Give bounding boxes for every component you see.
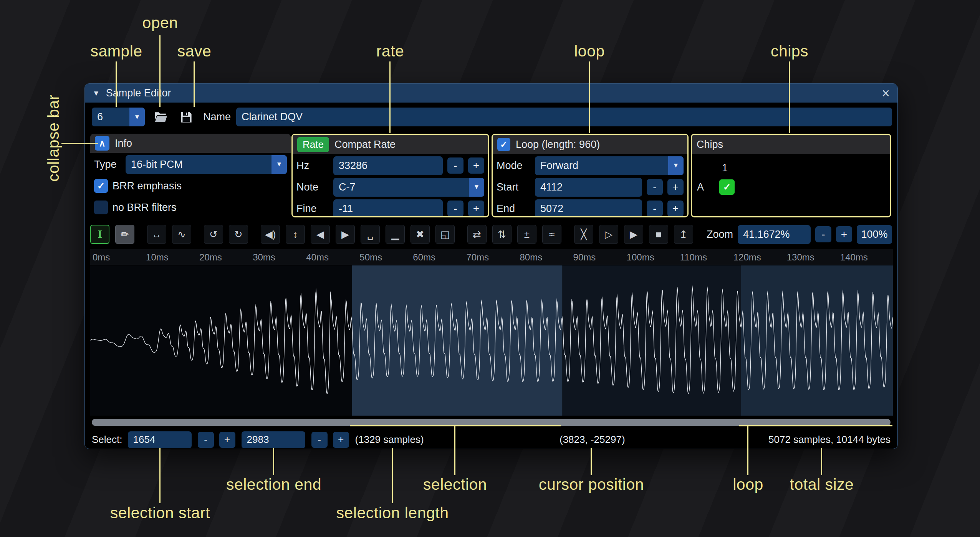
save-button[interactable] — [176, 108, 196, 126]
selection-end-minus-button[interactable]: - — [311, 432, 328, 448]
insert-silence-icon: ␣ — [367, 229, 374, 239]
fine-label: Fine — [296, 203, 329, 215]
insert-silence-button[interactable]: ␣ — [361, 225, 380, 244]
chevron-down-icon[interactable]: ▼ — [469, 178, 484, 197]
ruler-label: 30ms — [253, 252, 275, 263]
rate-badge: Rate — [297, 137, 329, 152]
fade-in-icon: ◀ — [316, 229, 324, 239]
header-row: 6 ▼ Name Clarinet DQV — [90, 108, 892, 126]
annotation-line-rate — [389, 61, 391, 133]
filter-button[interactable]: ≈ — [542, 225, 561, 244]
trim-button[interactable]: ◱ — [435, 225, 455, 244]
time-ruler: 0ms10ms20ms30ms40ms50ms60ms70ms80ms90ms1… — [90, 249, 893, 265]
loop-end-plus-button[interactable]: + — [667, 201, 684, 217]
sign-exchange-button[interactable]: ± — [517, 225, 536, 244]
reverse-button[interactable]: ⇄ — [467, 225, 487, 244]
fine-plus-button[interactable]: + — [468, 201, 484, 217]
chevron-down-icon[interactable]: ▼ — [271, 155, 287, 174]
annotation-cursor-position: cursor position — [539, 476, 644, 494]
loop-mode-select[interactable]: Forward ▼ — [535, 156, 684, 175]
loop-start-plus-button[interactable]: + — [667, 179, 684, 195]
hz-field[interactable]: 33286 — [333, 156, 443, 175]
ruler-label: 90ms — [573, 252, 596, 263]
stop-button[interactable]: ■ — [649, 225, 668, 244]
resize-button[interactable]: ↔ — [147, 225, 166, 244]
waveform-display[interactable] — [90, 265, 893, 416]
fade-in-button[interactable]: ◀ — [311, 225, 330, 244]
fade-out-button[interactable]: ▶ — [336, 225, 355, 244]
annotation-line-loop-bottom — [747, 425, 748, 475]
chips-panel: Chips 1 A ✓ — [691, 134, 891, 217]
panels-row: ∧ Info Type 16-bit PCM ▼ ✓ BRR emphasis — [85, 134, 897, 217]
annotation-loop: loop — [574, 42, 605, 60]
annotation-save: save — [177, 42, 212, 60]
crossfade-loop-button[interactable]: ╳ — [574, 225, 593, 244]
hz-label: Hz — [296, 160, 329, 172]
waveform-canvas[interactable] — [90, 265, 893, 416]
edit-select-button[interactable]: I — [90, 225, 109, 244]
undo-icon: ↺ — [209, 229, 218, 239]
name-field[interactable]: Clarinet DQV — [236, 108, 892, 126]
sample-number-select[interactable]: 6 ▼ — [92, 108, 145, 126]
zoom-reset-button[interactable]: 100% — [857, 225, 892, 244]
play-button[interactable]: ▶ — [624, 225, 643, 244]
icon-toolbar-buttons: I✏↔∿↺↻◀)↕◀▶␣▁✖◱⇄⇅±≈╳▷▶■↥ — [90, 225, 693, 244]
amplify-button[interactable]: ◀) — [261, 225, 280, 244]
annotation-line-selection-length — [392, 448, 393, 503]
chevron-down-icon[interactable]: ▼ — [668, 156, 684, 175]
loop-start-field[interactable]: 4112 — [535, 178, 642, 197]
chips-panel-header: Chips — [692, 135, 890, 154]
trim-icon: ◱ — [440, 229, 450, 239]
hz-minus-button[interactable]: - — [447, 157, 464, 174]
note-select[interactable]: C-7 ▼ — [333, 178, 484, 197]
selection-start-field[interactable]: 1654 — [128, 431, 192, 448]
selection-start-minus-button[interactable]: - — [198, 432, 214, 448]
annotation-line-selection-end — [273, 448, 274, 475]
type-select[interactable]: 16-bit PCM ▼ — [126, 155, 287, 174]
open-folder-icon — [154, 111, 167, 123]
zoom-out-button[interactable]: - — [815, 226, 831, 242]
note-value: C-7 — [339, 181, 356, 193]
preview-button[interactable]: ▷ — [599, 225, 618, 244]
loop-end-field[interactable]: 5072 — [535, 199, 642, 218]
resample-button[interactable]: ∿ — [172, 225, 191, 244]
loop-end-minus-button[interactable]: - — [647, 201, 663, 217]
normalize-button[interactable]: ↕ — [286, 225, 305, 244]
close-icon[interactable]: × — [882, 86, 890, 100]
loop-panel: ✓ Loop (length: 960) Mode Forward ▼ Star… — [492, 134, 689, 217]
loop-enable-checkbox[interactable]: ✓ — [497, 138, 510, 151]
hz-plus-button[interactable]: + — [468, 157, 484, 174]
zoom-in-button[interactable]: + — [836, 226, 852, 242]
apply-silence-button[interactable]: ▁ — [386, 225, 405, 244]
edit-draw-button[interactable]: ✏ — [115, 225, 134, 244]
no-brr-filters-checkbox[interactable] — [94, 201, 108, 214]
status-row: Select: 1654 - + 2983 - + (1329 samples)… — [90, 431, 892, 449]
invert-button[interactable]: ⇅ — [492, 225, 512, 244]
redo-button[interactable]: ↻ — [229, 225, 248, 244]
info-panel-header[interactable]: ∧ Info — [90, 134, 291, 153]
fade-out-icon: ▶ — [341, 229, 349, 239]
upload-button[interactable]: ↥ — [674, 225, 693, 244]
zoom-cluster: Zoom 41.1672% - + 100% — [707, 225, 892, 244]
loop-start-minus-button[interactable]: - — [647, 179, 663, 195]
selection-end-plus-button[interactable]: + — [333, 432, 349, 448]
fine-minus-button[interactable]: - — [447, 201, 464, 217]
title-bar[interactable]: ▼ Sample Editor × — [85, 84, 897, 103]
zoom-field[interactable]: 41.1672% — [738, 225, 811, 244]
no-brr-filters-label: no BRR filters — [113, 202, 177, 214]
selection-end-field[interactable]: 2983 — [242, 431, 305, 448]
chevron-down-icon[interactable]: ▼ — [129, 108, 145, 126]
window-collapse-icon[interactable]: ▼ — [93, 89, 100, 98]
undo-button[interactable]: ↺ — [204, 225, 223, 244]
open-button[interactable] — [151, 108, 171, 126]
annotation-selection-start: selection start — [110, 504, 210, 522]
edit-select-icon: I — [98, 229, 102, 239]
chip-enable-checkbox[interactable]: ✓ — [719, 179, 735, 195]
brr-emphasis-checkbox[interactable]: ✓ — [94, 179, 108, 193]
annotation-rate: rate — [376, 42, 404, 60]
fine-field[interactable]: -11 — [333, 199, 443, 218]
selection-start-plus-button[interactable]: + — [219, 432, 235, 448]
select-label: Select: — [92, 434, 122, 446]
delete-button[interactable]: ✖ — [411, 225, 430, 244]
annotation-selection-length: selection length — [336, 504, 449, 522]
